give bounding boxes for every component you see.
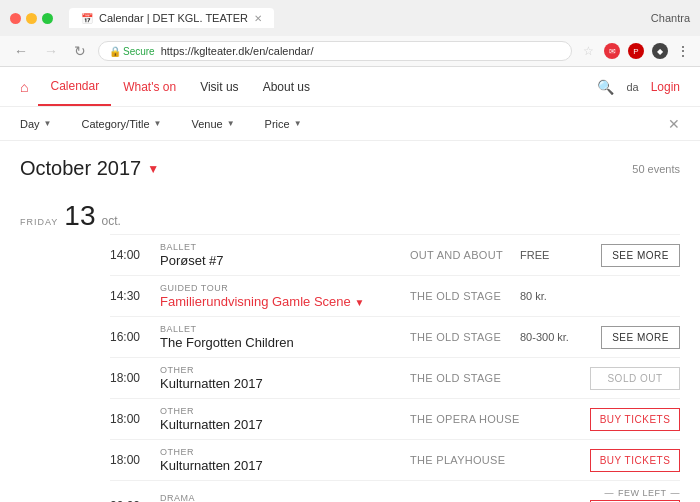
- nav-about-us[interactable]: About us: [251, 67, 322, 106]
- event-title[interactable]: Kulturnatten 2017: [160, 458, 400, 473]
- filter-close-button[interactable]: ✕: [668, 116, 680, 132]
- month-header: October 2017 ▼ 50 events: [20, 157, 680, 180]
- login-button[interactable]: Login: [651, 80, 680, 94]
- event-price: 80-300 kr.: [520, 331, 590, 343]
- see-more-button[interactable]: SEE MORE: [601, 326, 680, 349]
- event-action: SEE MORE: [590, 326, 680, 349]
- buy-tickets-button[interactable]: BUY TICKETS: [590, 408, 680, 431]
- filter-category[interactable]: Category/Title ▼: [81, 118, 191, 130]
- event-info: DRAMA Miss Julie: [150, 493, 410, 503]
- event-time: 16:00: [110, 330, 150, 344]
- day-month-friday: oct.: [102, 214, 121, 228]
- minimize-button[interactable]: [26, 13, 37, 24]
- filter-price[interactable]: Price ▼: [265, 118, 332, 130]
- extension-icon-3[interactable]: ◆: [652, 43, 668, 59]
- forward-button[interactable]: →: [40, 41, 62, 61]
- event-time: 14:00: [110, 248, 150, 262]
- category-chevron-icon: ▼: [154, 119, 162, 128]
- tab-close-button[interactable]: ✕: [254, 13, 262, 24]
- few-left-label: FEW LEFT: [605, 488, 681, 498]
- see-more-button[interactable]: SEE MORE: [601, 244, 680, 267]
- main-content: October 2017 ▼ 50 events FRIDAY 13 oct. …: [0, 141, 700, 502]
- buy-tickets-button[interactable]: BUY TICKETS: [590, 449, 680, 472]
- tab-title: Calendar | DET KGL. TEATER: [99, 12, 248, 24]
- event-action: SEE MORE: [590, 244, 680, 267]
- event-venue: THE OLD STAGE: [410, 290, 520, 302]
- traffic-lights: [10, 13, 53, 24]
- browser-toolbar: ← → ↻ 🔒 Secure https://kglteater.dk/en/c…: [0, 36, 700, 67]
- address-bar[interactable]: 🔒 Secure https://kglteater.dk/en/calenda…: [98, 41, 572, 61]
- event-row: 20:00 DRAMA Miss Julie THE PLAYHOUSE 260…: [110, 480, 680, 502]
- nav-visit-us[interactable]: Visit us: [188, 67, 250, 106]
- day-header-friday: FRIDAY 13 oct.: [20, 194, 680, 234]
- active-tab[interactable]: 📅 Calendar | DET KGL. TEATER ✕: [69, 8, 274, 28]
- event-category: BALLET: [160, 242, 400, 252]
- event-title[interactable]: Kulturnatten 2017: [160, 376, 400, 391]
- event-info: BALLET Porøset #7: [150, 242, 410, 268]
- nav-right: 🔍 da Login: [597, 79, 680, 95]
- event-category: OTHER: [160, 365, 400, 375]
- refresh-button[interactable]: ↻: [70, 41, 90, 61]
- day-events-friday: 14:00 BALLET Porøset #7 OUT AND ABOUT FR…: [20, 234, 680, 502]
- event-time: 14:30: [110, 289, 150, 303]
- event-action: SOLD OUT: [590, 367, 680, 390]
- event-action: FEW LEFT BUY TICKETS: [590, 488, 680, 502]
- site-nav: ⌂ Calendar What's on Visit us About us 🔍…: [0, 67, 700, 107]
- filter-day[interactable]: Day ▼: [20, 118, 81, 130]
- event-row: 16:00 BALLET The Forgotten Children THE …: [110, 316, 680, 357]
- price-chevron-icon: ▼: [294, 119, 302, 128]
- maximize-button[interactable]: [42, 13, 53, 24]
- filter-venue[interactable]: Venue ▼: [191, 118, 264, 130]
- event-action: BUY TICKETS: [590, 408, 680, 431]
- event-price: 80 kr.: [520, 290, 590, 302]
- nav-calendar[interactable]: Calendar: [38, 67, 111, 106]
- events-list: FRIDAY 13 oct. 14:00 BALLET Porøset #7 O…: [20, 194, 680, 502]
- event-venue: THE OPERA HOUSE: [410, 413, 520, 425]
- event-time: 18:00: [110, 453, 150, 467]
- language-toggle[interactable]: da: [626, 81, 638, 93]
- event-row: 18:00 OTHER Kulturnatten 2017 THE OLD ST…: [110, 357, 680, 398]
- event-info: BALLET The Forgotten Children: [150, 324, 410, 350]
- event-price: FREE: [520, 249, 590, 261]
- events-count: 50 events: [632, 163, 680, 175]
- event-venue: THE PLAYHOUSE: [410, 454, 520, 466]
- bookmark-icon[interactable]: ☆: [580, 43, 596, 59]
- extension-icon-2[interactable]: P: [628, 43, 644, 59]
- event-time: 18:00: [110, 412, 150, 426]
- event-category: BALLET: [160, 324, 400, 334]
- event-category: DRAMA: [160, 493, 400, 503]
- filter-bar: Day ▼ Category/Title ▼ Venue ▼ Price ▼ ✕: [0, 107, 700, 141]
- filter-category-label: Category/Title: [81, 118, 149, 130]
- event-info: OTHER Kulturnatten 2017: [150, 365, 410, 391]
- extension-icon-1[interactable]: ✉: [604, 43, 620, 59]
- address-text: https://kglteater.dk/en/calendar/: [161, 45, 314, 57]
- secure-badge: 🔒 Secure: [109, 46, 155, 57]
- event-title[interactable]: The Forgotten Children: [160, 335, 400, 350]
- event-category: GUIDED TOUR: [160, 283, 400, 293]
- back-button[interactable]: ←: [10, 41, 32, 61]
- filter-price-label: Price: [265, 118, 290, 130]
- close-button[interactable]: [10, 13, 21, 24]
- day-name-friday: FRIDAY: [20, 217, 58, 227]
- sold-out-button: SOLD OUT: [590, 367, 680, 390]
- event-category: OTHER: [160, 406, 400, 416]
- event-venue: THE OLD STAGE: [410, 331, 520, 343]
- month-chevron-icon[interactable]: ▼: [147, 162, 159, 176]
- event-row: 18:00 OTHER Kulturnatten 2017 THE OPERA …: [110, 398, 680, 439]
- search-icon[interactable]: 🔍: [597, 79, 614, 95]
- event-action: BUY TICKETS: [590, 449, 680, 472]
- event-title[interactable]: Familierundvisning Gamle Scene ▼: [160, 294, 400, 309]
- home-icon[interactable]: ⌂: [20, 79, 28, 95]
- nav-whats-on[interactable]: What's on: [111, 67, 188, 106]
- tab-bar: 📅 Calendar | DET KGL. TEATER ✕: [69, 8, 274, 28]
- event-time: 20:00: [110, 499, 150, 503]
- event-time: 18:00: [110, 371, 150, 385]
- event-row: 14:00 BALLET Porøset #7 OUT AND ABOUT FR…: [110, 234, 680, 275]
- user-name: Chantra: [651, 12, 690, 24]
- event-row: 14:30 GUIDED TOUR Familierundvisning Gam…: [110, 275, 680, 316]
- day-section-friday: FRIDAY 13 oct. 14:00 BALLET Porøset #7 O…: [20, 194, 680, 502]
- event-title[interactable]: Porøset #7: [160, 253, 400, 268]
- event-title[interactable]: Kulturnatten 2017: [160, 417, 400, 432]
- toolbar-icons: ☆ ✉ P ◆ ⋮: [580, 43, 690, 59]
- menu-button[interactable]: ⋮: [676, 43, 690, 59]
